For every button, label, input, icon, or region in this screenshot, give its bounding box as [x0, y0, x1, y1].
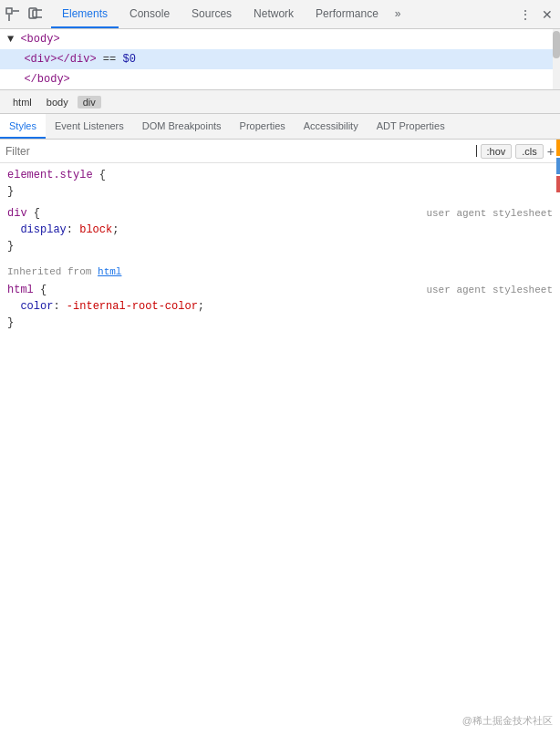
breadcrumb-bar: html body div [0, 90, 560, 114]
tab-more[interactable]: » [389, 0, 407, 28]
svg-rect-0 [6, 8, 12, 14]
breadcrumb-body[interactable]: body [41, 96, 74, 109]
svg-rect-4 [33, 10, 42, 17]
tab-elements[interactable]: Elements [51, 0, 119, 28]
css-color-property[interactable]: color: -internal-root-color; [7, 298, 553, 315]
css-block-element-style: element.style { } [0, 167, 560, 200]
tab-network[interactable]: Network [243, 0, 305, 28]
toolbar-icons [4, 5, 44, 24]
styles-panel: Styles Event Listeners DOM Breakpoints P… [0, 114, 560, 735]
breadcrumb-html[interactable]: html [7, 96, 37, 109]
text-cursor [476, 145, 477, 157]
css-div-brace-close: } [7, 238, 553, 254]
close-icon[interactable]: ✕ [538, 5, 556, 24]
css-source-html: user agent stylesheet [426, 282, 553, 298]
inherited-link[interactable]: html [98, 266, 121, 277]
css-source-label: user agent stylesheet [426, 205, 553, 222]
dom-panel: ▼ <body> <div></div> == $0 </body> [0, 29, 560, 90]
watermark: @稀土掘金技术社区 [462, 714, 553, 728]
dom-scrollbar-thumb[interactable] [553, 31, 560, 58]
accent-blue [556, 158, 560, 174]
add-style-icon[interactable]: + [547, 144, 555, 159]
filter-bar: :hov .cls + [0, 140, 560, 163]
hov-button[interactable]: :hov [481, 144, 513, 159]
css-html-brace-close: } [7, 315, 553, 331]
toolbar-right: ⋮ ✕ [516, 5, 556, 24]
filter-actions: :hov .cls + [481, 144, 555, 159]
accent-orange [556, 140, 560, 156]
css-block-div: user agent stylesheet div { display: blo… [0, 205, 560, 254]
tab-sources[interactable]: Sources [181, 0, 243, 28]
subtab-dom-breakpoints[interactable]: DOM Breakpoints [133, 114, 231, 139]
tab-performance[interactable]: Performance [305, 0, 389, 28]
dom-scrollbar[interactable] [553, 29, 560, 89]
filter-input[interactable] [5, 145, 472, 158]
css-html-selector-line[interactable]: user agent stylesheet html { [7, 282, 553, 298]
device-icon[interactable] [26, 5, 44, 24]
subtab-accessibility[interactable]: Accessibility [295, 114, 368, 139]
subtabs: Styles Event Listeners DOM Breakpoints P… [0, 114, 560, 140]
main-tabs: Elements Console Sources Network Perform… [51, 0, 516, 28]
more-options-icon[interactable]: ⋮ [516, 5, 534, 24]
inspect-icon[interactable] [4, 5, 22, 24]
accent-red [556, 176, 560, 192]
inherited-label: Inherited from html [0, 260, 560, 282]
subtab-properties[interactable]: Properties [231, 114, 295, 139]
subtab-styles[interactable]: Styles [0, 114, 46, 139]
css-display-property[interactable]: display: block; [7, 222, 553, 238]
dom-line-div[interactable]: <div></div> == $0 [0, 49, 560, 69]
css-div-selector-line[interactable]: user agent stylesheet div { [7, 205, 553, 222]
css-block-html: user agent stylesheet html { color: -int… [0, 282, 560, 331]
right-accent-bars [556, 140, 560, 735]
tab-console[interactable]: Console [119, 0, 181, 28]
cls-button[interactable]: .cls [515, 144, 544, 159]
dom-line-body[interactable]: ▼ <body> [0, 29, 560, 49]
css-content: element.style { } user agent stylesheet … [0, 163, 560, 735]
breadcrumb-div[interactable]: div [78, 96, 101, 109]
subtab-adt-properties[interactable]: ADT Properties [368, 114, 454, 139]
subtab-event-listeners[interactable]: Event Listeners [46, 114, 133, 139]
css-selector-line[interactable]: element.style { [7, 167, 553, 183]
css-brace-close: } [7, 183, 553, 200]
dom-line-close-body[interactable]: </body> [0, 69, 560, 89]
devtools-toolbar: Elements Console Sources Network Perform… [0, 0, 560, 29]
